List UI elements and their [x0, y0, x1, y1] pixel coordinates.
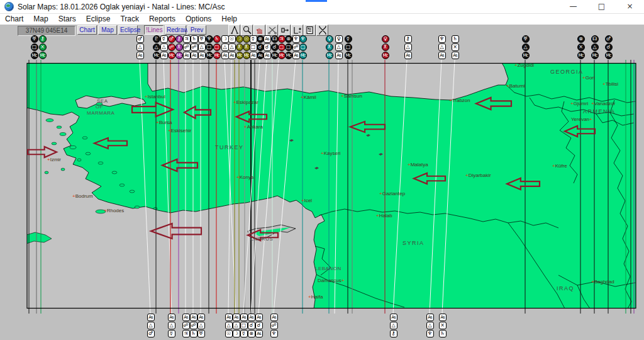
city-label: +Kayseri — [321, 150, 341, 156]
astro-glyph: ⊼ — [326, 43, 333, 51]
line-marker-top: ⚷×Mc — [38, 35, 47, 59]
astro-glyph: △ — [197, 322, 205, 329]
line-marker-top: ☿□Mc — [344, 35, 352, 59]
angle-glyph: As — [136, 52, 144, 59]
city-label: +Tbilisi — [602, 81, 618, 87]
angle-glyph: Mc — [345, 52, 352, 59]
astro-glyph: × — [452, 43, 459, 51]
top-edge-accent — [306, 0, 327, 2]
astro-glyph: ♂ — [136, 35, 144, 43]
angle-glyph: Mc — [382, 52, 389, 59]
angle-glyph: As — [335, 52, 343, 59]
svg-text:MARMARA: MARMARA — [87, 110, 115, 116]
line-marker-bottom: As△♅ — [197, 314, 205, 337]
maximize-button[interactable]: □ — [587, 0, 616, 14]
menu-map[interactable]: Map — [28, 14, 53, 25]
menu-stars[interactable]: Stars — [53, 14, 81, 25]
toolbar-button-chart[interactable]: Chart — [77, 25, 97, 35]
city-label: +Bodrum — [72, 193, 93, 199]
astro-glyph: △ — [228, 43, 236, 51]
astro-glyph: ♅ — [198, 35, 206, 43]
city-label: +Icel — [301, 198, 312, 203]
menu-eclipse[interactable]: Eclipse — [81, 14, 116, 25]
angle-glyph: As — [225, 314, 233, 321]
city-label: +Izmir — [47, 157, 61, 162]
astro-glyph: △ — [198, 43, 206, 51]
line-marker-top: ⚷△As — [404, 35, 412, 59]
astro-glyph: ⊗ — [577, 35, 585, 43]
menu-bar: ChartMapStarsEclipseTrackReportsOptionsH… — [0, 14, 644, 25]
angle-glyph: Mc — [31, 52, 38, 59]
city-label: +Diyarbakir — [465, 173, 491, 178]
astro-glyph: ☍ — [182, 322, 190, 329]
astro-glyph: ♅ — [197, 330, 205, 337]
astro-glyph: ⚷ — [390, 330, 397, 337]
zoom-tool-icon[interactable] — [241, 25, 253, 36]
angle-glyph: Mc — [39, 52, 47, 59]
city-label: +Eskipazar — [233, 99, 258, 105]
astro-glyph: ♄ — [190, 330, 197, 337]
line-marker-top: ♆△As — [438, 35, 446, 59]
report-page-icon[interactable] — [304, 25, 316, 36]
astro-glyph: △ — [225, 322, 233, 329]
astro-glyph: ♂ — [605, 35, 613, 43]
menu-reports[interactable]: Reports — [144, 14, 180, 25]
astro-glyph: ♆ — [270, 330, 278, 337]
astro-glyph: △ — [168, 322, 175, 329]
city-label: +Ankara — [244, 124, 264, 130]
astro-glyph: ♃ — [183, 35, 191, 43]
angle-glyph: As — [404, 52, 412, 59]
angle-glyph: Mc — [591, 52, 599, 59]
menu-options[interactable]: Options — [180, 14, 216, 25]
line-marker-top: ♀⊼Mc — [325, 35, 333, 59]
city-label: +Samsun — [341, 93, 362, 99]
close-button[interactable]: × — [616, 0, 644, 14]
menu-help[interactable]: Help — [216, 14, 242, 25]
map-svg[interactable]: +Istanbul+Bursa+Izmir+Bodrum+Rhodes+Eski… — [26, 60, 636, 315]
angle-glyph: Mc — [213, 52, 221, 59]
astro-glyph: × — [577, 43, 585, 51]
toolbar-button-lines[interactable]: !Lines — [144, 25, 164, 35]
angle-glyph: As — [452, 52, 459, 59]
cross-lines-icon[interactable] — [316, 25, 328, 36]
locate-point-icon[interactable] — [291, 25, 303, 36]
window-controls: —□× — [559, 0, 644, 14]
astro-glyph: ⚷ — [39, 35, 47, 43]
astro-glyph: ♆ — [426, 330, 434, 337]
city-label: +Konya — [236, 174, 254, 180]
title-bar: Solar Maps: 18.01.2026 Oglak yeniayi - N… — [0, 0, 644, 14]
menu-track[interactable]: Track — [115, 14, 144, 25]
pan-hand-icon[interactable] — [253, 25, 265, 36]
astro-glyph: △ — [147, 322, 155, 329]
astro-glyph: ☿ — [168, 330, 175, 337]
toolbar-button-redraw[interactable]: Redraw — [165, 25, 186, 35]
angle-glyph: As — [147, 314, 155, 321]
astro-glyph: △ — [153, 43, 160, 51]
angle-glyph: As — [160, 52, 168, 59]
map-canvas[interactable]: +Istanbul+Bursa+Izmir+Bodrum+Rhodes+Eski… — [26, 60, 636, 315]
astro-glyph: ☍ — [190, 322, 197, 329]
compass-tool-icon[interactable] — [228, 25, 240, 36]
astro-glyph: ☌ — [264, 43, 271, 51]
astro-glyph: △ — [426, 322, 434, 329]
angle-glyph: As — [438, 52, 446, 59]
line-marker-bottom: As△⚷ — [389, 314, 397, 337]
angle-glyph: Mc — [153, 52, 160, 59]
line-marker-bottom: As×♄ — [438, 314, 447, 337]
toolbar-button-map[interactable]: Map — [98, 25, 117, 35]
line-marker-bottom: As☍♆ — [270, 314, 278, 337]
line-marker-top: ♀⊼Mc — [381, 35, 389, 59]
menu-chart[interactable]: Chart — [0, 14, 28, 25]
minimize-button[interactable]: — — [559, 0, 587, 14]
toolbar-button-prev[interactable]: Prev — [187, 25, 206, 35]
scissors-icon[interactable] — [266, 25, 278, 36]
astro-glyph: ♂ — [147, 330, 155, 337]
city-label: +Halab — [376, 213, 392, 218]
angle-glyph: As — [255, 330, 263, 337]
toolbar-button-eclipse[interactable]: Eclipse — [118, 25, 138, 35]
angle-glyph: As — [198, 52, 206, 59]
svg-text:OF: OF — [96, 104, 103, 110]
astro-glyph: △ — [233, 322, 240, 329]
map-geography — [26, 63, 636, 309]
select-handle-icon[interactable] — [279, 25, 291, 36]
